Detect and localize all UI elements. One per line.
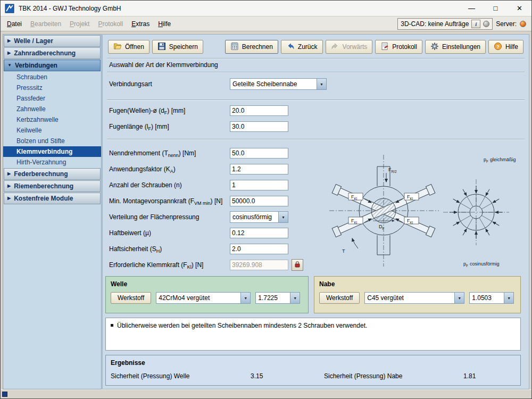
help-label: Hilfe <box>505 43 518 51</box>
chevron-down-icon: ▼ <box>504 293 513 303</box>
sidebar-item-schrauben[interactable]: Schrauben <box>3 72 101 82</box>
sidebar-item-passfeder[interactable]: Passfeder <box>3 93 101 104</box>
floppy-disk-icon <box>157 42 166 52</box>
cad-status-box: 3D-CAD: keine Aufträge i <box>397 18 493 30</box>
sidebar-section-zahnradberechnung[interactable]: ▶ Zahnradberechnung <box>4 47 101 59</box>
redo-arrow-icon <box>331 42 339 52</box>
sidebar-section-verbindungen[interactable]: ▼ Verbindungen <box>4 60 101 71</box>
verbindungsart-select[interactable]: Geteilte Scheibennabe ▼ <box>230 78 327 90</box>
lock-button[interactable] <box>292 259 303 271</box>
results-panel: Ergebnisse Sicherheit (Pressung) Welle 3… <box>105 355 521 386</box>
t-nenn-input[interactable] <box>230 148 288 159</box>
chevron-down-icon: ▼ <box>240 293 250 303</box>
sidebar-item-hirth-verzahnung[interactable]: Hirth-Verzahnung <box>3 157 101 168</box>
k-a-input[interactable] <box>230 164 288 174</box>
menu-item-projekt: Projekt <box>65 18 94 30</box>
help-button[interactable]: ? Hilfe <box>488 40 523 54</box>
sidebar-item-klemmverbindung[interactable]: Klemmverbindung <box>3 146 101 157</box>
nabe-material-select[interactable]: C45 vergütet ▼ <box>364 292 464 304</box>
settings-button[interactable]: Einstellungen <box>425 40 486 54</box>
welle-material-number: 1.7225 <box>256 293 290 303</box>
chevron-down-icon: ▼ <box>7 63 12 68</box>
chevron-right-icon: ▶ <box>7 184 11 188</box>
f-vm-input[interactable] <box>230 196 288 206</box>
n-input[interactable] <box>230 180 288 190</box>
close-button[interactable]: ✕ <box>508 1 531 16</box>
undo-arrow-icon <box>286 42 295 52</box>
hint-panel: Üblicherweise werden bei geteilten Schei… <box>105 318 521 351</box>
lock-icon <box>294 261 301 270</box>
mu-label: Haftbeiwert (µ) <box>109 229 230 237</box>
material-panel-nabe: Nabe Werkstoff C45 vergütet ▼ 1.0503 ▼ <box>314 276 521 313</box>
sidebar-section-federberechnung[interactable]: ▶ Federberechnung <box>4 168 101 180</box>
chevron-right-icon: ▶ <box>7 172 11 176</box>
s-h-input[interactable] <box>230 244 288 254</box>
bullet-icon <box>111 324 113 327</box>
nabe-werkstoff-button[interactable]: Werkstoff <box>319 292 360 304</box>
section-label: Riemenberechnung <box>14 182 73 190</box>
l-f-input[interactable] <box>230 121 288 132</box>
sidebar-item-zahnwelle[interactable]: Zahnwelle <box>3 104 101 114</box>
section-title: Auswahl der Art der Klemmverbindung <box>109 61 218 69</box>
back-button[interactable]: Zurück <box>281 40 323 54</box>
maximize-button[interactable]: □ <box>484 1 508 16</box>
open-button[interactable]: Öffnen <box>108 40 149 54</box>
save-button[interactable]: Speichern <box>152 40 203 54</box>
svg-text:pFgleichmäßig: pFgleichmäßig <box>484 157 516 163</box>
nabe-material-number-select[interactable]: 1.0503 ▼ <box>469 292 514 304</box>
chevron-down-icon: ▼ <box>278 212 288 222</box>
sidebar-section-riemenberechnung[interactable]: ▶ Riemenberechnung <box>4 180 101 192</box>
menu-item-datei[interactable]: Datei <box>3 18 26 30</box>
navigation-sidebar: ▶ Welle / Lager ▶ Zahnradberechnung ▼ Ve… <box>3 34 102 389</box>
result-welle-label: Sicherheit (Pressung) Welle <box>111 372 190 380</box>
protocol-button[interactable]: Protokoll <box>375 40 422 54</box>
server-status-led <box>520 21 526 27</box>
chevron-down-icon: ▼ <box>290 293 300 303</box>
body-area: ▶ Welle / Lager ▶ Zahnradberechnung ▼ Ve… <box>1 32 531 389</box>
welle-title: Welle <box>106 277 308 288</box>
menu-item-extras[interactable]: Extras <box>127 18 154 30</box>
sidebar-item-bolzen-und-stifte[interactable]: Bolzen und Stifte <box>3 136 101 146</box>
sidebar-item-presssitz[interactable]: Presssitz <box>3 82 101 93</box>
server-label: Server: <box>496 20 517 28</box>
results-title: Ergebnisse <box>106 355 520 367</box>
calculate-button[interactable]: Berechnen <box>225 40 278 54</box>
sidebar-section-kostenfreie-module[interactable]: ▶ Kostenfreie Module <box>4 193 101 204</box>
svg-text:pFcosinusförmig: pFcosinusförmig <box>463 261 500 268</box>
nabe-material-number: 1.0503 <box>470 293 504 303</box>
svg-text:T: T <box>342 248 345 254</box>
section-label: Kostenfreie Module <box>14 195 73 202</box>
result-nabe-label: Sicherheit (Pressung) Nabe <box>324 372 402 380</box>
toolbar: Öffnen Speichern Berechnen Zurück V <box>108 40 523 54</box>
back-label: Zurück <box>298 43 318 51</box>
welle-material-number-select[interactable]: 1.7225 ▼ <box>255 292 300 304</box>
verbindungsart-value: Geteilte Scheibennabe <box>230 79 317 89</box>
k-a-label: Anwendungsfaktor (KA) <box>109 165 230 173</box>
chevron-down-icon: ▼ <box>454 293 464 303</box>
section-label: Welle / Lager <box>14 37 53 45</box>
t-nenn-label: Nenndrehmoment (Tnenn) [Nm] <box>109 149 230 157</box>
info-button[interactable]: i <box>471 20 480 28</box>
verteilung-value: cosinusförmig <box>230 212 278 222</box>
svg-text:?: ? <box>496 43 500 49</box>
hint-text: Üblicherweise werden bei geteilten Schei… <box>117 322 367 329</box>
section-label: Federberechnung <box>14 170 68 178</box>
sidebar-item-kerbzahnwelle[interactable]: Kerbzahnwelle <box>3 114 101 125</box>
settings-label: Einstellungen <box>442 43 480 51</box>
help-icon: ? <box>494 42 502 52</box>
cad-status-text: 3D-CAD: keine Aufträge <box>401 20 469 28</box>
d-f-label: Fugen(Wellen)-ø (dF) [mm] <box>109 107 230 114</box>
document-icon <box>380 42 389 52</box>
verbindungsart-label: Verbindungsart <box>109 80 230 88</box>
welle-werkstoff-button[interactable]: Werkstoff <box>111 292 151 304</box>
d-f-input[interactable] <box>230 105 288 116</box>
sidebar-section-welle-lager[interactable]: ▶ Welle / Lager <box>4 35 101 47</box>
mu-input[interactable] <box>230 228 288 238</box>
sidebar-item-keilwelle[interactable]: Keilwelle <box>3 125 101 136</box>
f-kl-output <box>230 260 288 270</box>
section-label: Verbindungen <box>15 62 57 69</box>
verteilung-select[interactable]: cosinusförmig ▼ <box>230 211 288 223</box>
minimize-button[interactable]: — <box>460 1 484 16</box>
menu-item-hilfe[interactable]: Hilfe <box>154 18 175 30</box>
welle-material-select[interactable]: 42CrMo4 vergütet ▼ <box>156 292 251 304</box>
